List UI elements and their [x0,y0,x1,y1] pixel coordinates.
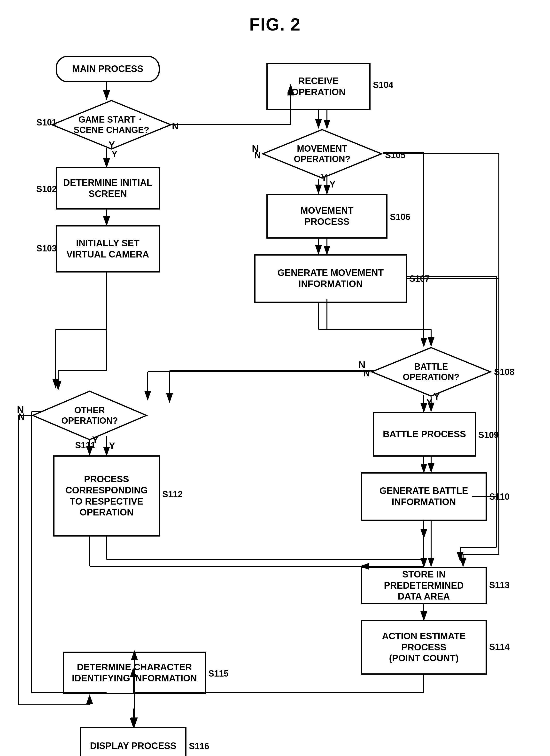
node-receive-operation: RECEIVE OPERATION [266,63,371,110]
node-battle-operation: BATTLE OPERATION? [371,346,492,397]
label-s108: S108 [494,367,514,377]
label-s101: S101 [36,117,57,128]
node-display-process: DISPLAY PROCESS [80,727,186,756]
label-s109: S109 [478,430,499,440]
movement-process-label: MOVEMENT PROCESS [300,205,354,227]
node-movement-operation: MOVEMENT OPERATION? [262,128,383,179]
node-initially-set: INITIALLY SET VIRTUAL CAMERA [56,225,160,273]
node-determine-initial: DETERMINE INITIAL SCREEN [56,167,160,210]
node-movement-process: MOVEMENT PROCESS [266,194,387,239]
display-process-label: DISPLAY PROCESS [90,740,177,752]
label-s103: S103 [36,243,57,254]
node-game-start: GAME START・ SCENE CHANGE? [51,99,172,150]
label-s104: S104 [373,80,393,90]
battle-process-label: BATTLE PROCESS [383,429,466,440]
flowchart: MAIN PROCESS GAME START・ SCENE CHANGE? S… [0,39,550,741]
yn-movement-y: Y [329,179,335,190]
label-s107: S107 [409,274,430,284]
page-title: FIG. 2 [0,0,550,34]
node-generate-movement: GENERATE MOVEMENT INFORMATION [254,254,407,303]
node-other-operation: OTHER OPERATION? [31,390,148,441]
generate-movement-label: GENERATE MOVEMENT INFORMATION [278,267,384,289]
yn-other-y: Y [109,441,115,451]
label-s102: S102 [36,184,57,194]
yn-battle-n: N [363,368,370,379]
label-s116: S116 [189,741,209,751]
node-main-process: MAIN PROCESS [56,56,160,82]
yn-other-n: N [18,412,25,422]
yn-battle-y: Y [426,397,432,408]
label-s111: S111 [75,440,95,451]
label-s105: S105 [385,150,405,160]
node-process-corresponding: PROCESS CORRESPONDING TO RESPECTIVE OPER… [53,455,160,537]
node-determine-character: DETERMINE CHARACTER IDENTIFYING INFORMAT… [63,652,206,694]
main-process-label: MAIN PROCESS [72,63,143,75]
game-start-label: GAME START・ SCENE CHANGE? [74,114,149,135]
label-s115: S115 [208,669,229,679]
initially-set-label: INITIALLY SET VIRTUAL CAMERA [66,238,149,260]
yn-game-start-n: N [172,121,178,132]
store-predetermined-label: STORE IN PREDETERMINED DATA AREA [384,569,464,602]
label-s106: S106 [390,212,410,222]
node-action-estimate: ACTION ESTIMATE PROCESS (POINT COUNT) [361,620,487,675]
node-store-predetermined: STORE IN PREDETERMINED DATA AREA [361,567,487,604]
movement-operation-label: MOVEMENT OPERATION? [294,143,350,164]
label-s113: S113 [489,580,510,590]
determine-initial-label: DETERMINE INITIAL SCREEN [63,177,152,199]
receive-operation-label: RECEIVE OPERATION [291,76,345,98]
other-operation-label: OTHER OPERATION? [61,405,118,426]
generate-battle-label: GENERATE BATTLE INFORMATION [380,485,468,507]
action-estimate-label: ACTION ESTIMATE PROCESS (POINT COUNT) [382,631,466,664]
label-s110: S110 [489,492,510,502]
determine-character-label: DETERMINE CHARACTER IDENTIFYING INFORMAT… [72,662,197,684]
label-s114: S114 [489,642,510,652]
yn-movement-n: N [254,150,261,161]
label-s112: S112 [162,489,183,499]
process-corresponding-label: PROCESS CORRESPONDING TO RESPECTIVE OPER… [65,474,148,518]
node-battle-process: BATTLE PROCESS [373,412,476,457]
yn-game-start-y: Y [111,149,117,159]
battle-operation-label: BATTLE OPERATION? [403,361,459,382]
node-generate-battle: GENERATE BATTLE INFORMATION [361,472,487,521]
